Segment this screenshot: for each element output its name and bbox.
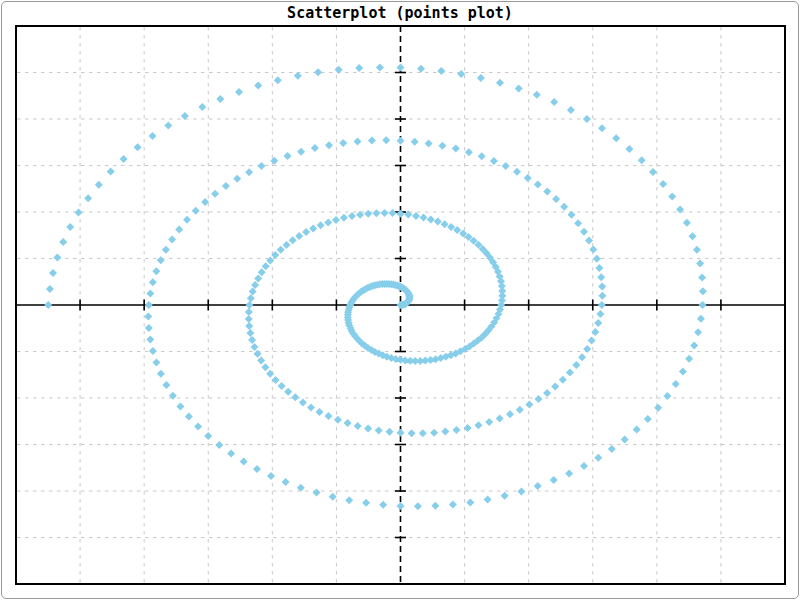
spiral-points [44,63,707,510]
chart-window: Scatterplot (points plot) [0,0,800,600]
scatter-chart [0,0,800,600]
